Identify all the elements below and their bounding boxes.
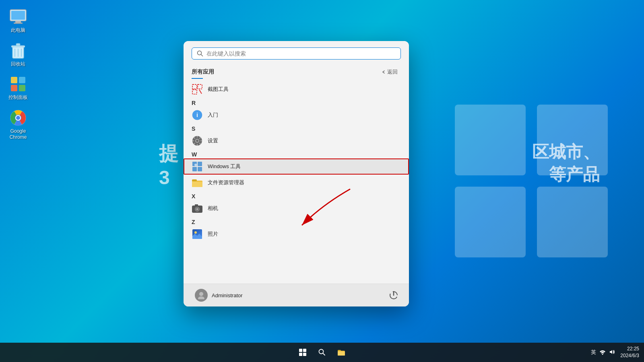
language-indicator[interactable]: 英 — [591, 349, 596, 356]
app-item-camera[interactable]: 相机 — [184, 200, 409, 216]
camera-label: 相机 — [208, 205, 218, 212]
photos-icon — [192, 228, 203, 240]
svg-rect-44 — [198, 162, 202, 166]
taskbar-clock[interactable]: 22:25 2024/6/3 — [620, 346, 639, 359]
desktop-icon-recycle-bin-label: 回收站 — [11, 61, 25, 68]
file-explorer-icon — [192, 177, 203, 188]
svg-rect-66 — [303, 353, 306, 356]
desktop-icon-google-chrome[interactable]: Google Chrome — [4, 109, 32, 141]
taskbar-search-button[interactable] — [314, 344, 330, 360]
settings-label: 设置 — [208, 137, 218, 144]
desktop-icon-google-chrome-label: Google Chrome — [10, 128, 27, 141]
volume-icon[interactable] — [609, 349, 615, 356]
get-started-label: 入门 — [208, 111, 218, 119]
start-menu: 所有应用 返回 截图工具 — [184, 41, 409, 306]
power-icon — [389, 291, 398, 300]
svg-rect-16 — [11, 85, 17, 91]
svg-rect-6 — [15, 21, 21, 23]
svg-rect-65 — [299, 353, 302, 356]
photos-label: 照片 — [208, 230, 218, 238]
user-name: Administrator — [212, 292, 243, 298]
svg-rect-27 — [192, 90, 197, 94]
taskbar-right: 英 22:25 2024 — [591, 346, 639, 359]
svg-point-58 — [199, 292, 203, 296]
taskbar-center — [295, 344, 349, 360]
snipping-tool-label: 截图工具 — [208, 86, 229, 93]
desktop: 提 3 区城市、 等产品 此电脑 — [0, 0, 644, 362]
letter-s: S — [184, 123, 409, 133]
search-input[interactable] — [206, 50, 396, 57]
svg-rect-5 — [11, 11, 25, 20]
svg-rect-3 — [537, 187, 608, 257]
desktop-bg-text-left: 提 3 — [159, 141, 178, 189]
clock-time: 22:25 — [620, 346, 639, 352]
all-apps-title: 所有应用 — [192, 68, 214, 76]
section-divider — [192, 78, 203, 79]
windows-tools-label: Windows 工具 — [208, 163, 241, 170]
svg-point-34 — [196, 140, 198, 142]
menu-bottom-bar: Administrator — [184, 284, 409, 306]
taskbar-folder-icon — [337, 349, 345, 356]
svg-rect-64 — [303, 349, 306, 352]
svg-rect-10 — [16, 43, 20, 45]
taskbar-file-explorer-button[interactable] — [333, 344, 349, 360]
svg-rect-46 — [198, 167, 202, 171]
taskbar-search-icon — [318, 349, 326, 356]
clock-date: 2024/6/3 — [620, 352, 639, 359]
svg-point-67 — [319, 350, 324, 354]
windows-logo-icon — [299, 348, 307, 356]
letter-z: Z — [184, 216, 409, 226]
app-item-photos[interactable]: 照片 — [184, 226, 409, 242]
svg-point-53 — [196, 208, 198, 210]
taskbar-sys-icons: 英 — [591, 349, 615, 356]
search-bar-area — [184, 41, 409, 64]
letter-x: X — [184, 191, 409, 200]
app-item-get-started[interactable]: i 入门 — [184, 107, 409, 123]
svg-line-24 — [201, 55, 203, 56]
desktop-icons-area: 此电脑 回收站 — [0, 0, 36, 149]
letter-w: W — [184, 149, 409, 158]
desktop-icon-control-panel[interactable]: 控制面板 — [4, 75, 32, 101]
svg-rect-63 — [299, 349, 302, 352]
svg-line-68 — [323, 354, 325, 356]
svg-rect-7 — [14, 23, 23, 24]
svg-rect-0 — [455, 105, 526, 175]
svg-rect-70 — [338, 350, 341, 351]
svg-point-22 — [16, 116, 20, 120]
desktop-icon-my-computer[interactable]: 此电脑 — [4, 8, 32, 34]
search-input-wrap[interactable] — [192, 47, 401, 60]
snipping-tool-icon — [192, 84, 203, 95]
user-avatar — [195, 289, 208, 302]
network-icon[interactable] — [599, 349, 606, 356]
app-item-file-explorer[interactable]: 文件资源管理器 — [184, 175, 409, 191]
svg-point-57 — [194, 231, 197, 234]
svg-point-71 — [602, 354, 603, 355]
all-apps-header: 所有应用 返回 — [184, 64, 409, 78]
app-item-windows-tools[interactable]: Windows 工具 — [184, 158, 409, 175]
letter-r: R — [184, 97, 409, 107]
windows-tools-icon — [192, 161, 203, 172]
svg-rect-9 — [11, 45, 25, 47]
start-button[interactable] — [295, 344, 311, 360]
app-item-snipping-tool[interactable]: 截图工具 — [184, 81, 409, 97]
svg-rect-54 — [195, 204, 198, 206]
file-explorer-label: 文件资源管理器 — [208, 179, 244, 186]
back-button[interactable]: 返回 — [378, 68, 401, 76]
settings-icon — [192, 135, 203, 146]
desktop-icon-control-panel-label: 控制面板 — [8, 95, 28, 101]
desktop-icon-recycle-bin[interactable]: 回收站 — [4, 42, 32, 68]
app-item-settings[interactable]: 设置 — [184, 133, 409, 149]
desktop-bg-text-right: 区城市、 等产品 — [532, 141, 600, 186]
menu-content: 截图工具 R i 入门 S — [184, 81, 409, 284]
get-started-icon: i — [192, 109, 203, 121]
back-chevron-icon — [382, 70, 386, 74]
svg-rect-15 — [19, 77, 25, 83]
svg-rect-2 — [455, 187, 526, 257]
user-info[interactable]: Administrator — [192, 287, 246, 303]
power-button[interactable] — [386, 288, 401, 302]
svg-line-28 — [199, 90, 202, 94]
svg-point-59 — [198, 296, 204, 299]
svg-rect-45 — [192, 167, 197, 171]
svg-point-47 — [194, 164, 197, 166]
desktop-icon-my-computer-label: 此电脑 — [11, 27, 25, 34]
